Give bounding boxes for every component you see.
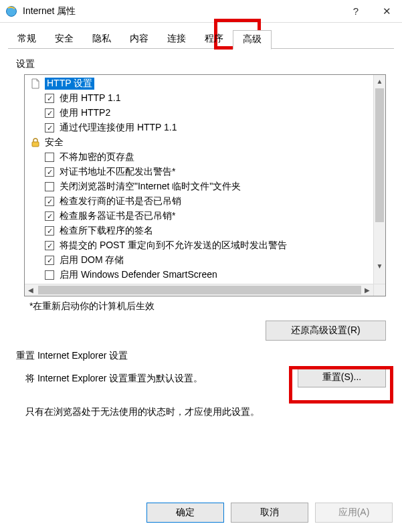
tree-item[interactable]: 检查服务器证书是否已吊销* <box>45 209 385 224</box>
checkbox[interactable] <box>45 211 54 221</box>
tree-item-label: 对证书地址不匹配发出警告* <box>60 166 175 178</box>
tab-1[interactable]: 安全 <box>45 30 83 50</box>
checkbox[interactable] <box>45 197 54 206</box>
tree-item-label: 使用 HTTP 1.1 <box>60 92 121 104</box>
tree-item[interactable]: 将提交的 POST 重定向到不允许发送的区域时发出警告 <box>45 238 385 253</box>
vertical-scrollbar[interactable]: ▲ ▼ <box>373 75 385 284</box>
dialog-action-bar: 确定 取消 应用(A) <box>0 496 402 532</box>
tree-item[interactable]: 通过代理连接使用 HTTP 1.1 <box>45 120 385 135</box>
scroll-left-icon[interactable]: ◀ <box>25 284 37 296</box>
tab-2[interactable]: 隐私 <box>83 30 120 50</box>
tree-item-label: 检查发行商的证书是否已吊销 <box>60 195 181 207</box>
tab-strip: 常规安全隐私内容连接程序高级 <box>0 23 402 49</box>
tree-item-label: 检查服务器证书是否已吊销* <box>60 210 175 222</box>
ok-button[interactable]: 确定 <box>146 503 224 523</box>
tab-6[interactable]: 高级 <box>233 30 272 50</box>
checkbox[interactable] <box>45 256 54 265</box>
tree-item[interactable]: 启用 Windows Defender SmartScreen <box>45 268 385 282</box>
tree-item[interactable]: 对证书地址不匹配发出警告* <box>45 165 385 179</box>
checkbox[interactable] <box>45 241 54 250</box>
tree-item[interactable]: 不将加密的页存盘 <box>45 150 385 165</box>
reset-button[interactable]: 重置(S)... <box>298 367 386 387</box>
tree-item-label: 不将加密的页存盘 <box>60 151 134 163</box>
tree-category[interactable]: HTTP 设置 <box>30 76 385 91</box>
apply-button[interactable]: 应用(A) <box>315 503 393 523</box>
tree-category-label: HTTP 设置 <box>45 78 94 90</box>
checkbox[interactable] <box>45 94 54 103</box>
reset-description: 将 Internet Explorer 设置重置为默认设置。 <box>25 367 203 385</box>
checkbox[interactable] <box>45 182 54 191</box>
tree-category[interactable]: 安全 <box>30 135 385 150</box>
tab-3[interactable]: 内容 <box>120 30 158 50</box>
window-title: Internet 属性 <box>23 5 76 17</box>
tree-item[interactable]: 检查所下载程序的签名 <box>45 224 385 238</box>
page-icon <box>30 78 41 89</box>
tab-5[interactable]: 程序 <box>195 30 233 50</box>
svg-rect-1 <box>32 142 39 147</box>
tree-item-label: 检查所下载程序的签名 <box>60 225 153 237</box>
reset-note: 只有在浏览器处于无法使用的状态时，才应使用此设置。 <box>25 406 386 418</box>
scroll-up-icon[interactable]: ▲ <box>374 75 385 87</box>
tree-item-label: 启用 Windows Defender SmartScreen <box>60 269 217 281</box>
checkbox[interactable] <box>45 167 54 177</box>
tree-item-label: 使用 HTTP2 <box>60 107 110 119</box>
restore-advanced-button[interactable]: 还原高级设置(R) <box>266 321 386 341</box>
checkbox[interactable] <box>45 270 54 280</box>
vertical-scroll-thumb[interactable] <box>375 88 384 222</box>
tree-item[interactable]: 关闭浏览器时清空"Internet 临时文件"文件夹 <box>45 179 385 194</box>
horizontal-scroll-thumb[interactable] <box>38 286 361 294</box>
cancel-button[interactable]: 取消 <box>231 503 308 523</box>
scroll-down-icon[interactable]: ▼ <box>374 260 385 272</box>
tab-0[interactable]: 常规 <box>8 30 45 50</box>
tree-item[interactable]: 启用 DOM 存储 <box>45 253 385 268</box>
checkbox[interactable] <box>45 153 54 162</box>
reset-section-label: 重置 Internet Explorer 设置 <box>16 350 386 362</box>
settings-label: 设置 <box>16 58 386 70</box>
tree-item-label: 关闭浏览器时清空"Internet 临时文件"文件夹 <box>60 181 241 193</box>
tree-item-label: 将提交的 POST 重定向到不允许发送的区域时发出警告 <box>60 240 287 252</box>
close-button[interactable]: ✕ <box>371 0 402 23</box>
tree-item[interactable]: 使用 HTTP 1.1 <box>45 91 385 106</box>
checkbox[interactable] <box>45 123 54 132</box>
lock-icon <box>30 137 41 148</box>
tree-item[interactable]: 使用 HTTP2 <box>45 106 385 120</box>
help-button[interactable]: ? <box>340 0 371 23</box>
ie-icon <box>5 5 17 17</box>
tab-4[interactable]: 连接 <box>158 30 195 50</box>
tree-category-label: 安全 <box>45 137 64 149</box>
checkbox[interactable] <box>45 108 54 118</box>
scroll-right-icon[interactable]: ▶ <box>361 284 373 296</box>
checkbox[interactable] <box>45 226 54 236</box>
tree-item-label: 启用 DOM 存储 <box>60 254 124 266</box>
restart-note: *在重新启动你的计算机后生效 <box>29 300 386 313</box>
horizontal-scrollbar[interactable]: ◀ ▶ <box>25 284 385 296</box>
tree-item[interactable]: 检查发行商的证书是否已吊销 <box>45 194 385 209</box>
tree-item-label: 通过代理连接使用 HTTP 1.1 <box>60 122 177 134</box>
advanced-settings-tree[interactable]: HTTP 设置使用 HTTP 1.1使用 HTTP2通过代理连接使用 HTTP … <box>24 74 386 296</box>
